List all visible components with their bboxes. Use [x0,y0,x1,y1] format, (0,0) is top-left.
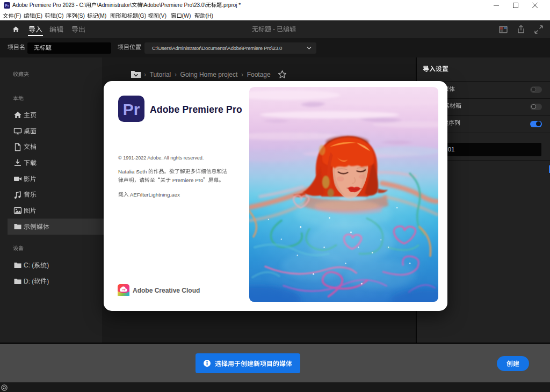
svg-text:Pr: Pr [5,4,9,8]
svg-text:Pr: Pr [123,100,140,118]
